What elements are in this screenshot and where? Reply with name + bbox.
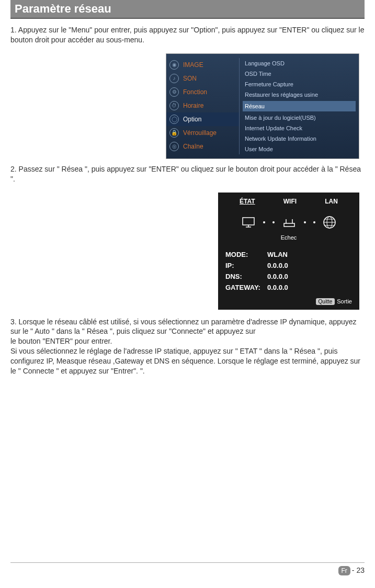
menu-item-chaine[interactable]: ◎Chaîne [166, 140, 239, 153]
submenu-osd-time[interactable]: OSD Time [243, 69, 356, 79]
page-number: 23 [356, 566, 365, 574]
submenu-fermeture[interactable]: Fermeture Capture [243, 79, 356, 89]
net-row-gateway: GATEWAY:0.0.0.0 [225, 282, 352, 293]
tab-etat[interactable]: ÉTAT [240, 198, 255, 205]
submenu-restaurer[interactable]: Restaurer les réglages usine [243, 89, 356, 100]
menu-item-verrouillage[interactable]: 🔒Vérrouillage [166, 126, 239, 140]
router-icon [282, 216, 297, 229]
menu-item-image[interactable]: ◉IMAGE [166, 58, 239, 72]
osd-menu: ◉IMAGE ♪SON ⚙Fonction ⏱Horaire ◯Option 🔒… [166, 53, 359, 159]
submenu-reseau[interactable]: Réseau [243, 101, 356, 111]
submenu-user-mode[interactable]: User Mode [243, 144, 356, 154]
dot-icon [313, 221, 315, 223]
net-key: MODE: [225, 251, 267, 258]
globe-icon [323, 216, 336, 229]
step-3-text: 3. Lorsque le réseau câblé est utilisé, … [10, 317, 365, 376]
net-key: GATEWAY: [225, 284, 267, 291]
gear-icon: ⚙ [169, 87, 179, 97]
svg-rect-0 [243, 218, 254, 225]
lang-badge: Fr [338, 566, 350, 575]
menu-item-label: Fonction [183, 88, 207, 96]
network-panel: ÉTAT WIFI LAN Echec MODE:WLAN IP:0.0.0.0… [218, 193, 359, 310]
menu-item-label: Chaîne [183, 143, 203, 150]
net-key: DNS: [225, 273, 267, 280]
tab-lan[interactable]: LAN [325, 198, 338, 205]
dot-icon [263, 221, 265, 223]
tab-wifi[interactable]: WIFI [283, 198, 297, 205]
net-value: 0.0.0.0 [267, 284, 288, 291]
menu-item-label: Horaire [183, 102, 203, 109]
net-row-dns: DNS:0.0.0.0 [225, 271, 352, 282]
menu-item-fonction[interactable]: ⚙Fonction [166, 85, 239, 99]
step-2-text: 2. Passez sur " Résea ", puis appuyez su… [10, 164, 365, 184]
clock-icon: ⏱ [169, 101, 179, 110]
submenu-usb-update[interactable]: Mise à jour du logiciel(USB) [243, 112, 356, 123]
svg-rect-3 [284, 223, 294, 227]
net-value: WLAN [267, 251, 288, 258]
network-exit: QuitteSortie [225, 298, 352, 304]
menu-item-label: IMAGE [183, 61, 203, 69]
submenu-language[interactable]: Language OSD [243, 58, 356, 69]
menu-item-label: Vérrouillage [183, 129, 217, 137]
ring-icon: ◯ [169, 115, 179, 124]
menu-item-horaire[interactable]: ⏱Horaire [166, 99, 239, 112]
dot-icon [272, 221, 275, 223]
step-1-text: 1. Appuyez sur le "Menu" pour entrer, pu… [10, 25, 365, 45]
submenu-network-info[interactable]: Network Update Information [243, 133, 356, 144]
exit-label: Sortie [337, 298, 352, 304]
net-key: IP: [225, 262, 267, 269]
page-title: Paramètre réseau [10, 0, 365, 19]
network-diagram [225, 216, 352, 229]
osd-menu-right: Language OSD OSD Time Fermeture Capture … [240, 58, 359, 154]
net-row-mode: MODE:WLAN [225, 249, 352, 260]
music-icon: ♪ [169, 74, 179, 83]
dot-icon [304, 221, 306, 223]
menu-item-son[interactable]: ♪SON [166, 72, 239, 85]
network-status-text: Echec [225, 234, 352, 241]
monitor-icon [241, 216, 256, 229]
osd-menu-left: ◉IMAGE ♪SON ⚙Fonction ⏱Horaire ◯Option 🔒… [166, 58, 240, 154]
net-value: 0.0.0.0 [267, 273, 288, 280]
circle-icon: ◉ [169, 60, 179, 70]
net-row-ip: IP:0.0.0.0 [225, 260, 352, 271]
target-icon: ◎ [169, 142, 179, 151]
page-footer: Fr- 23 [10, 562, 365, 575]
network-tabs: ÉTAT WIFI LAN [225, 198, 352, 205]
lock-icon: 🔒 [169, 128, 179, 138]
menu-item-option[interactable]: ◯Option [166, 112, 239, 126]
submenu-internet-check[interactable]: Internet Update Check [243, 123, 356, 133]
menu-item-label: Option [183, 116, 201, 123]
menu-item-label: SON [183, 75, 197, 82]
net-value: 0.0.0.0 [267, 262, 288, 269]
quit-badge[interactable]: Quitte [316, 298, 335, 305]
